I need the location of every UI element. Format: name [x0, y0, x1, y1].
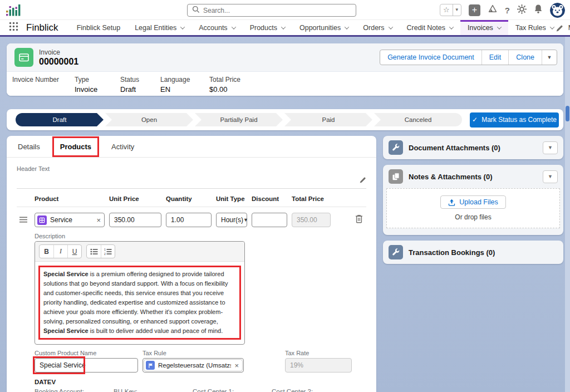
- chevron-down-icon[interactable]: [180, 24, 185, 29]
- tax-rate-field: Tax Rate: [285, 350, 352, 373]
- app-launcher-icon[interactable]: [9, 22, 18, 33]
- rte-content[interactable]: Special Service is a premium offering de…: [35, 262, 244, 344]
- record-detail-card: Details Products Activity Header Text Pr…: [7, 136, 376, 392]
- italic-button[interactable]: I: [53, 245, 67, 258]
- remove-product-icon[interactable]: ×: [96, 217, 101, 224]
- booking-account-field: Booking Account:: [35, 388, 111, 392]
- app-name: Finblick: [26, 22, 58, 33]
- chevron-down-icon[interactable]: [497, 24, 502, 29]
- header-text-field: Header Text: [17, 165, 366, 189]
- avatar[interactable]: [550, 3, 565, 18]
- path-step-partially-paid[interactable]: Partially Paid: [195, 113, 283, 126]
- chevron-down-icon[interactable]: [388, 24, 392, 29]
- tab-details[interactable]: Details: [17, 143, 41, 151]
- setup-gear-icon[interactable]: [517, 4, 527, 16]
- favorites-button-group[interactable]: ☆ ▼: [440, 4, 461, 16]
- annotation-box-description: Special Service is a premium offering de…: [38, 266, 241, 340]
- edit-pencil-icon[interactable]: [359, 176, 366, 186]
- col-total-price: Total Price: [292, 195, 331, 202]
- nav-tab-accounts[interactable]: Accounts: [191, 20, 242, 35]
- collapse-caret-icon[interactable]: ▼: [543, 141, 558, 154]
- bold-button[interactable]: B: [40, 245, 53, 258]
- nav-tab-finblick-setup[interactable]: Finblick Setup: [70, 20, 128, 35]
- chevron-down-icon[interactable]: [281, 24, 286, 29]
- global-search[interactable]: [187, 4, 356, 17]
- mark-status-complete-button[interactable]: ✓ Mark Status as Complete: [470, 112, 559, 128]
- field-status: Status Draft: [120, 76, 160, 96]
- collapse-caret-icon[interactable]: ▼: [543, 170, 558, 183]
- wrench-icon: [389, 140, 403, 155]
- chevron-down-icon[interactable]: [550, 24, 554, 29]
- field-total-price: Total Price $0.00: [209, 76, 240, 96]
- nav-tab-orders[interactable]: Orders: [356, 20, 399, 35]
- delete-row-trash-icon[interactable]: [355, 214, 363, 226]
- nav-tab-credit-notes[interactable]: Credit Notes: [400, 20, 460, 35]
- products-table: Product Unit Price Quantity Unit Type Di…: [17, 195, 366, 227]
- header-text-value-line[interactable]: [17, 172, 366, 189]
- file-dropzone[interactable]: Upload Files Or drop files: [386, 188, 560, 228]
- tax-rule-lookup[interactable]: Regelsteuersatz (Umsatzsteuer ×: [142, 358, 244, 373]
- products-table-header: Product Unit Price Quantity Unit Type Di…: [17, 195, 366, 207]
- path-step-paid[interactable]: Paid: [284, 113, 372, 126]
- nav-tab-tax-rules[interactable]: Tax Rules: [508, 20, 561, 35]
- chevron-down-icon[interactable]: [231, 24, 235, 29]
- numbered-list-button[interactable]: 1 2: [101, 245, 115, 258]
- finblick-logo-icon: [6, 2, 24, 20]
- path-step-open[interactable]: Open: [105, 113, 193, 126]
- quick-create-icon[interactable]: +: [469, 4, 480, 16]
- record-title: 00000001: [39, 57, 78, 67]
- custom-product-name-input[interactable]: [35, 358, 138, 373]
- unit-price-input[interactable]: [109, 213, 161, 227]
- nav-tab-legal-entities[interactable]: Legal Entities: [127, 20, 191, 35]
- chevron-down-icon[interactable]: [345, 24, 349, 29]
- notes-attachments-title: Notes & Attachments (0): [409, 173, 543, 181]
- record-action-group: Generate Invoice Document Edit Clone ▼: [380, 50, 557, 65]
- vertical-scrollbar[interactable]: [565, 37, 570, 392]
- discount-input[interactable]: [252, 213, 287, 227]
- product-lookup-pill[interactable]: Service ×: [35, 213, 105, 227]
- transaction-bookings-title: Transaction Bookings (0): [409, 248, 558, 257]
- tab-products[interactable]: Products: [59, 143, 92, 151]
- more-actions-caret-icon[interactable]: ▼: [542, 50, 557, 65]
- rich-text-editor: B I U: [35, 241, 245, 345]
- custom-product-name-field: Custom Product Name: [35, 350, 138, 373]
- path-step-draft[interactable]: Draft: [16, 113, 104, 126]
- drag-handle-icon[interactable]: [19, 215, 27, 225]
- upload-files-button[interactable]: Upload Files: [440, 195, 505, 209]
- edit-button[interactable]: Edit: [481, 50, 509, 65]
- drop-files-label: Or drop files: [455, 213, 491, 221]
- search-input[interactable]: [203, 7, 351, 14]
- nav-tab-products[interactable]: Products: [243, 20, 292, 35]
- quantity-input[interactable]: [166, 213, 212, 227]
- product-name: Service: [50, 216, 93, 224]
- record-highlight-fields: Invoice Number Type Invoice Status Draft…: [7, 71, 563, 96]
- guidance-center-icon[interactable]: [488, 4, 498, 16]
- transaction-bookings-card: Transaction Bookings (0): [383, 241, 563, 264]
- unit-type-select[interactable]: Hour(s) ▼: [216, 213, 247, 227]
- underline-button[interactable]: U: [67, 245, 81, 258]
- list-button-group: 1 2: [86, 244, 115, 258]
- favorites-star-icon[interactable]: ☆: [440, 4, 453, 16]
- global-actions: ☆ ▼ + ?: [440, 0, 565, 20]
- clone-button[interactable]: Clone: [508, 50, 542, 65]
- nav-tab-invoices[interactable]: Invoices: [460, 20, 508, 35]
- product-row: Service × Hour(s) ▼: [17, 213, 366, 227]
- cost-center-2-field: Cost Center 2:: [272, 388, 348, 392]
- path-step-canceled[interactable]: Canceled: [374, 113, 462, 126]
- notes-icon: [389, 169, 403, 184]
- favorites-caret-icon[interactable]: ▼: [453, 4, 461, 16]
- edit-page-pencil-icon[interactable]: [556, 24, 563, 35]
- nav-tab-opportunities[interactable]: Opportunities: [292, 20, 356, 35]
- scrollbar-thumb[interactable]: [566, 106, 569, 121]
- chevron-down-icon[interactable]: [449, 24, 454, 29]
- bulleted-list-button[interactable]: [87, 245, 101, 258]
- notifications-bell-icon[interactable]: [534, 4, 543, 16]
- tab-activity[interactable]: Activity: [110, 143, 135, 151]
- tax-rule-field: Tax Rule Regelsteuersatz (Umsatzsteuer ×: [142, 350, 244, 373]
- generate-invoice-document-button[interactable]: Generate Invoice Document: [380, 50, 481, 65]
- format-button-group: B I U: [39, 244, 82, 258]
- help-icon[interactable]: ?: [505, 6, 510, 15]
- detail-tabs: Details Products Activity: [7, 136, 376, 158]
- datev-heading: DATEV: [35, 379, 366, 385]
- remove-tax-rule-icon[interactable]: ×: [234, 362, 239, 369]
